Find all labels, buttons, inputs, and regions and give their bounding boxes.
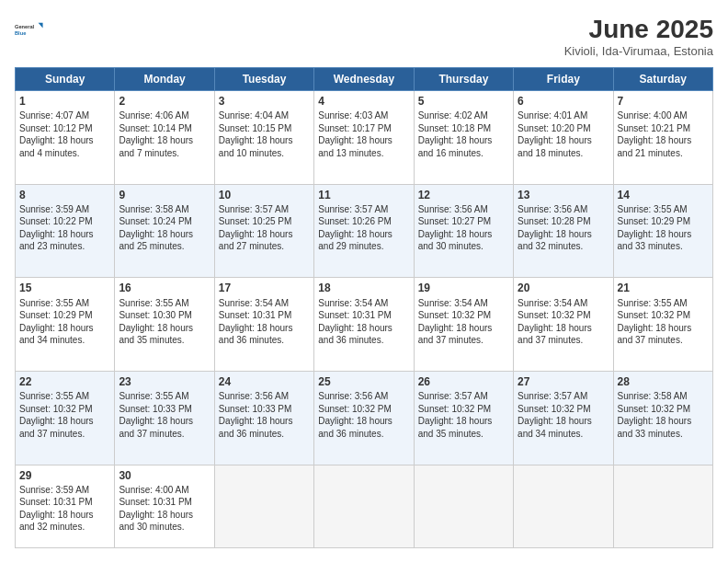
day-number: 19 bbox=[418, 281, 509, 295]
day-number: 23 bbox=[119, 374, 210, 389]
day-number: 10 bbox=[219, 188, 310, 202]
daylight-label: Daylight: 18 hours and 32 minutes. bbox=[19, 510, 94, 533]
sunrise-label: Sunrise: 3:54 AM bbox=[418, 298, 488, 308]
sunset-label: Sunset: 10:12 PM bbox=[19, 123, 93, 133]
daylight-label: Daylight: 18 hours and 7 minutes. bbox=[119, 135, 193, 158]
table-row: 1 Sunrise: 4:07 AM Sunset: 10:12 PM Dayl… bbox=[16, 91, 115, 185]
sunset-label: Sunset: 10:31 PM bbox=[318, 310, 392, 320]
sunset-label: Sunset: 10:32 PM bbox=[618, 404, 691, 414]
daylight-label: Daylight: 18 hours and 27 minutes. bbox=[219, 229, 293, 252]
sunset-label: Sunset: 10:29 PM bbox=[618, 216, 691, 226]
daylight-label: Daylight: 18 hours and 33 minutes. bbox=[618, 229, 692, 252]
table-row: 13 Sunrise: 3:56 AM Sunset: 10:28 PM Day… bbox=[514, 184, 613, 278]
sunrise-label: Sunrise: 4:04 AM bbox=[219, 110, 289, 121]
table-row: 12 Sunrise: 3:56 AM Sunset: 10:27 PM Day… bbox=[414, 184, 513, 278]
col-tuesday: Tuesday bbox=[214, 68, 313, 91]
sunset-label: Sunset: 10:22 PM bbox=[19, 216, 93, 226]
daylight-label: Daylight: 18 hours and 36 minutes. bbox=[318, 323, 392, 346]
sunrise-label: Sunrise: 3:54 AM bbox=[518, 298, 587, 308]
calendar-row: 22 Sunrise: 3:55 AM Sunset: 10:32 PM Day… bbox=[16, 371, 713, 465]
sunrise-label: Sunrise: 4:00 AM bbox=[119, 485, 188, 495]
table-row: 23 Sunrise: 3:55 AM Sunset: 10:33 PM Day… bbox=[115, 371, 214, 465]
sunrise-label: Sunrise: 3:57 AM bbox=[418, 391, 488, 401]
table-row: 20 Sunrise: 3:54 AM Sunset: 10:32 PM Day… bbox=[514, 278, 613, 372]
sunrise-label: Sunrise: 3:58 AM bbox=[119, 204, 188, 214]
daylight-label: Daylight: 18 hours and 35 minutes. bbox=[418, 416, 493, 439]
sunset-label: Sunset: 10:32 PM bbox=[618, 310, 691, 320]
sunset-label: Sunset: 10:20 PM bbox=[518, 123, 591, 133]
sunset-label: Sunset: 10:33 PM bbox=[119, 404, 192, 414]
sunset-label: Sunset: 10:25 PM bbox=[219, 216, 292, 226]
table-row: 16 Sunrise: 3:55 AM Sunset: 10:30 PM Day… bbox=[115, 278, 214, 372]
page: GeneralBlue June 2025 Kivioli, Ida-Virum… bbox=[0, 0, 728, 563]
table-row: 7 Sunrise: 4:00 AM Sunset: 10:21 PM Dayl… bbox=[613, 91, 712, 185]
calendar-table: Sunday Monday Tuesday Wednesday Thursday… bbox=[15, 67, 713, 548]
table-row: 15 Sunrise: 3:55 AM Sunset: 10:29 PM Day… bbox=[16, 278, 115, 372]
day-number: 3 bbox=[219, 94, 310, 109]
day-number: 1 bbox=[19, 94, 110, 109]
table-row bbox=[314, 465, 414, 547]
header: GeneralBlue June 2025 Kivioli, Ida-Virum… bbox=[15, 15, 713, 58]
day-number: 25 bbox=[318, 374, 409, 389]
table-row: 6 Sunrise: 4:01 AM Sunset: 10:20 PM Dayl… bbox=[514, 91, 613, 185]
day-number: 13 bbox=[518, 188, 609, 202]
sunrise-label: Sunrise: 3:59 AM bbox=[19, 485, 89, 495]
daylight-label: Daylight: 18 hours and 21 minutes. bbox=[618, 135, 692, 158]
daylight-label: Daylight: 18 hours and 33 minutes. bbox=[618, 416, 692, 439]
sunset-label: Sunset: 10:30 PM bbox=[119, 310, 192, 320]
table-row: 27 Sunrise: 3:57 AM Sunset: 10:32 PM Day… bbox=[514, 371, 613, 465]
table-row bbox=[414, 465, 513, 547]
logo: GeneralBlue bbox=[15, 15, 44, 44]
daylight-label: Daylight: 18 hours and 25 minutes. bbox=[119, 229, 193, 252]
day-number: 27 bbox=[518, 374, 609, 389]
daylight-label: Daylight: 18 hours and 34 minutes. bbox=[518, 416, 592, 439]
calendar-row: 8 Sunrise: 3:59 AM Sunset: 10:22 PM Dayl… bbox=[16, 184, 713, 278]
table-row: 19 Sunrise: 3:54 AM Sunset: 10:32 PM Day… bbox=[414, 278, 513, 372]
svg-text:General: General bbox=[15, 24, 35, 29]
table-row: 14 Sunrise: 3:55 AM Sunset: 10:29 PM Day… bbox=[613, 184, 712, 278]
day-number: 26 bbox=[418, 374, 509, 389]
table-row: 25 Sunrise: 3:56 AM Sunset: 10:32 PM Day… bbox=[314, 371, 414, 465]
col-sunday: Sunday bbox=[16, 68, 115, 91]
generalblue-logo-icon: GeneralBlue bbox=[15, 15, 44, 44]
sunset-label: Sunset: 10:29 PM bbox=[19, 310, 93, 320]
table-row: 24 Sunrise: 3:56 AM Sunset: 10:33 PM Day… bbox=[214, 371, 313, 465]
sunset-label: Sunset: 10:32 PM bbox=[418, 310, 492, 320]
daylight-label: Daylight: 18 hours and 16 minutes. bbox=[418, 135, 493, 158]
day-number: 17 bbox=[219, 281, 310, 295]
calendar-row: 15 Sunrise: 3:55 AM Sunset: 10:29 PM Day… bbox=[16, 278, 713, 372]
day-number: 18 bbox=[318, 281, 409, 295]
table-row: 26 Sunrise: 3:57 AM Sunset: 10:32 PM Day… bbox=[414, 371, 513, 465]
day-number: 11 bbox=[318, 188, 409, 202]
sunrise-label: Sunrise: 3:54 AM bbox=[318, 298, 388, 308]
sunset-label: Sunset: 10:27 PM bbox=[418, 216, 492, 226]
day-number: 14 bbox=[618, 188, 709, 202]
sunrise-label: Sunrise: 3:55 AM bbox=[618, 298, 688, 308]
col-monday: Monday bbox=[115, 68, 214, 91]
daylight-label: Daylight: 18 hours and 13 minutes. bbox=[318, 135, 392, 158]
table-row: 3 Sunrise: 4:04 AM Sunset: 10:15 PM Dayl… bbox=[214, 91, 313, 185]
sunrise-label: Sunrise: 3:56 AM bbox=[418, 204, 488, 214]
table-row: 11 Sunrise: 3:57 AM Sunset: 10:26 PM Day… bbox=[314, 184, 414, 278]
day-number: 2 bbox=[119, 94, 210, 109]
daylight-label: Daylight: 18 hours and 18 minutes. bbox=[518, 135, 592, 158]
sunrise-label: Sunrise: 4:00 AM bbox=[618, 110, 688, 121]
day-number: 8 bbox=[19, 188, 110, 202]
sunrise-label: Sunrise: 3:57 AM bbox=[518, 391, 587, 401]
table-row: 10 Sunrise: 3:57 AM Sunset: 10:25 PM Day… bbox=[214, 184, 313, 278]
day-number: 7 bbox=[618, 94, 709, 109]
sunrise-label: Sunrise: 3:55 AM bbox=[618, 204, 688, 214]
sunrise-label: Sunrise: 4:03 AM bbox=[318, 110, 388, 121]
daylight-label: Daylight: 18 hours and 37 minutes. bbox=[618, 323, 692, 346]
sunset-label: Sunset: 10:18 PM bbox=[418, 123, 492, 133]
sunrise-label: Sunrise: 3:54 AM bbox=[219, 298, 289, 308]
sunrise-label: Sunrise: 3:55 AM bbox=[119, 298, 188, 308]
daylight-label: Daylight: 18 hours and 37 minutes. bbox=[19, 416, 94, 439]
sunset-label: Sunset: 10:32 PM bbox=[19, 404, 93, 414]
day-number: 5 bbox=[418, 94, 509, 109]
sunset-label: Sunset: 10:32 PM bbox=[518, 404, 591, 414]
table-row: 5 Sunrise: 4:02 AM Sunset: 10:18 PM Dayl… bbox=[414, 91, 513, 185]
day-number: 30 bbox=[119, 468, 210, 483]
sunset-label: Sunset: 10:32 PM bbox=[518, 310, 591, 320]
sunset-label: Sunset: 10:32 PM bbox=[318, 404, 392, 414]
